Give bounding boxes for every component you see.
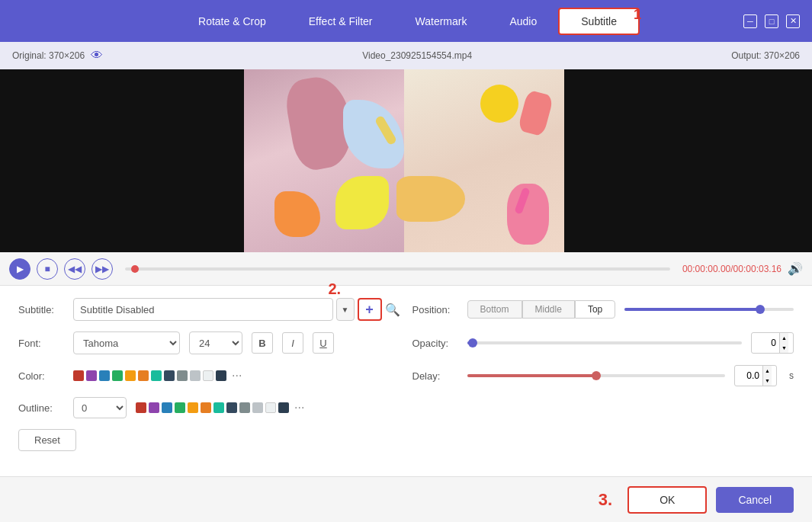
size-select[interactable]: 24 (189, 331, 242, 354)
opacity-spinners: ▲ ▼ (779, 333, 788, 353)
progress-dot (131, 265, 139, 273)
color-swatch-6[interactable] (138, 370, 149, 381)
color-left: Color: ··· (18, 369, 400, 383)
opacity-decrement[interactable]: ▼ (780, 343, 788, 353)
minimize-button[interactable]: ─ (743, 14, 757, 28)
outline-swatch-3[interactable] (162, 402, 172, 413)
reset-button[interactable]: Reset (18, 429, 76, 451)
outline-select[interactable]: 0 (73, 397, 127, 418)
step2-annotation: 2. (329, 281, 342, 296)
delay-decrement[interactable]: ▼ (763, 376, 772, 386)
step1-label: 1 (634, 8, 641, 21)
volume-icon[interactable]: 🔊 (788, 261, 803, 276)
position-label: Position: (412, 304, 458, 315)
preview-image (244, 69, 564, 252)
next-button[interactable]: ▶▶ (91, 258, 113, 280)
delay-right: Delay: ▲ ▼ s (412, 365, 794, 386)
subtitle-label: Subtitle: (18, 304, 64, 315)
add-subtitle-button[interactable]: + (358, 298, 382, 321)
color-swatch-1[interactable] (73, 370, 84, 381)
preview-black-left (0, 69, 244, 252)
outline-swatch-7[interactable] (213, 402, 224, 413)
outline-swatch-9[interactable] (239, 402, 250, 413)
font-select[interactable]: Tahoma (73, 331, 180, 354)
delay-input-wrap: ▲ ▼ (734, 365, 777, 386)
original-size-label: Original: 370×206 (12, 50, 85, 61)
opacity-increment[interactable]: ▲ (780, 333, 788, 343)
color-swatch-4[interactable] (112, 370, 123, 381)
bold-button[interactable]: B (252, 332, 273, 354)
position-bottom-button[interactable]: Bottom (467, 300, 522, 319)
outline-swatch-5[interactable] (188, 402, 198, 413)
opacity-input-wrap: ▲ ▼ (751, 332, 794, 354)
position-slider[interactable] (624, 308, 794, 311)
outline-swatch-2[interactable] (149, 402, 159, 413)
controls-panel: Subtitle: Subtitle Disabled 2. ▼ + 🔍 Pos… (0, 286, 812, 476)
color-swatch-8[interactable] (164, 370, 175, 381)
position-button-group: Bottom Middle Top (467, 300, 616, 319)
maximize-button[interactable]: □ (765, 14, 778, 28)
outline-swatch-4[interactable] (175, 402, 185, 413)
italic-button[interactable]: I (282, 332, 303, 354)
outline-swatch-11[interactable] (265, 402, 276, 413)
opacity-slider[interactable] (467, 341, 743, 344)
close-button[interactable]: ✕ (786, 14, 800, 28)
stop-button[interactable]: ■ (37, 258, 58, 280)
bottom-bar: 3. OK Cancel (0, 476, 812, 522)
ok-button[interactable]: OK (627, 486, 707, 514)
opacity-input[interactable] (752, 336, 779, 350)
font-left: Font: Tahoma 24 B I U (18, 331, 400, 354)
delay-unit: s (789, 370, 794, 381)
tab-watermark[interactable]: Watermark (394, 9, 489, 34)
outline-swatch-1[interactable] (136, 402, 146, 413)
tab-effect[interactable]: Effect & Filter (287, 9, 394, 34)
play-button[interactable]: ▶ (9, 258, 30, 280)
subtitle-select[interactable]: Subtitle Disabled (73, 298, 333, 321)
search-subtitle-button[interactable]: 🔍 (385, 303, 400, 317)
output-size-label: Output: 370×206 (731, 50, 800, 61)
opacity-label: Opacity: (412, 338, 458, 349)
subtitle-select-wrap: Subtitle Disabled 2. ▼ + 🔍 (73, 298, 400, 321)
underline-button[interactable]: U (313, 332, 334, 354)
outline-swatch-6[interactable] (201, 402, 211, 413)
color-swatches: ··· (73, 369, 242, 383)
preview-center (244, 69, 564, 252)
progress-bar[interactable] (125, 267, 670, 271)
subtitle-row: Subtitle: Subtitle Disabled 2. ▼ + 🔍 Pos… (18, 298, 794, 321)
step3-label: 3. (599, 490, 612, 510)
delay-slider[interactable] (467, 374, 726, 377)
reset-row: Reset (18, 429, 794, 451)
delay-increment[interactable]: ▲ (763, 366, 772, 376)
color-swatch-11[interactable] (203, 370, 213, 381)
color-swatch-10[interactable] (190, 370, 201, 381)
color-swatch-9[interactable] (177, 370, 188, 381)
preview-black-right (564, 69, 812, 252)
more-colors-button[interactable]: ··· (232, 369, 242, 383)
outline-swatch-12[interactable] (278, 402, 289, 413)
title-bar: Rotate & Crop Effect & Filter Watermark … (0, 0, 812, 42)
color-row: Color: ··· Delay: (18, 365, 794, 386)
delay-input[interactable] (735, 369, 762, 383)
color-swatch-5[interactable] (125, 370, 136, 381)
eye-icon[interactable]: 👁 (91, 49, 103, 62)
cancel-button[interactable]: Cancel (716, 487, 794, 513)
color-swatch-3[interactable] (99, 370, 110, 381)
more-outline-colors-button[interactable]: ··· (294, 401, 304, 415)
opacity-right: Opacity: ▲ ▼ (412, 332, 794, 354)
outline-swatch-10[interactable] (252, 402, 263, 413)
prev-button[interactable]: ◀◀ (64, 258, 85, 280)
tab-subtitle[interactable]: 1 Subtitle (558, 8, 640, 35)
tab-rotate[interactable]: Rotate & Crop (177, 9, 287, 34)
color-swatch-12[interactable] (216, 370, 226, 381)
delay-label: Delay: (412, 370, 458, 382)
color-swatch-2[interactable] (86, 370, 97, 381)
position-middle-button[interactable]: Middle (522, 300, 575, 319)
font-label: Font: (18, 338, 64, 349)
subtitle-dropdown-arrow[interactable]: ▼ (336, 298, 355, 321)
color-label: Color: (18, 370, 64, 382)
tab-audio[interactable]: Audio (488, 9, 558, 34)
color-swatch-7[interactable] (151, 370, 162, 381)
outline-swatch-8[interactable] (226, 402, 237, 413)
position-top-button[interactable]: Top (575, 300, 615, 319)
subtitle-left: Subtitle: Subtitle Disabled 2. ▼ + 🔍 (18, 298, 400, 321)
